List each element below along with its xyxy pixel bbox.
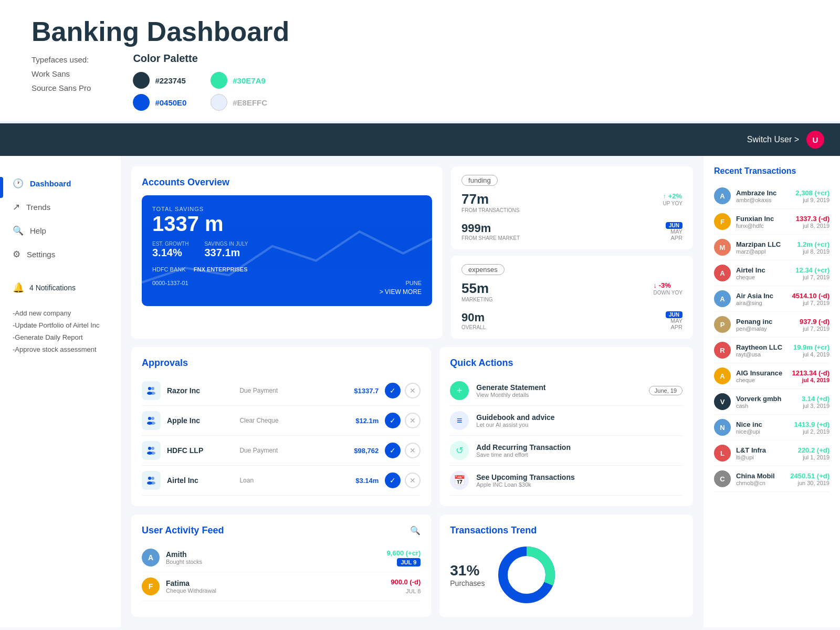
ua-search-icon[interactable]: 🔍	[410, 526, 421, 536]
svg-point-0	[148, 387, 151, 390]
funding-row: 77m FROM TRANSACTIONS ↑ +2% UP YOY	[461, 191, 682, 213]
ua-info-0: Amith Bought stocks	[166, 550, 381, 565]
qa-text-2: Add Recurring Transaction Save time and …	[476, 443, 571, 458]
color-dot-2	[133, 94, 150, 111]
rt-email-2: marz@appl	[736, 248, 792, 255]
user-avatar[interactable]: U	[806, 131, 824, 149]
rt-amount-7: 1213.34 (-d)	[792, 369, 830, 377]
sidebar-item-dashboard[interactable]: 🕐 Dashboard	[0, 172, 121, 195]
qa-item-2[interactable]: ↺ Add Recurring Transaction Save time an…	[450, 436, 682, 466]
rt-name-10: L&T Infra	[736, 446, 793, 454]
approve-x-btn-0[interactable]: ✕	[405, 383, 421, 398]
expenses-header: expenses	[461, 264, 682, 275]
ua-info-1: Fatima Cheque Withdrawal	[166, 579, 384, 594]
rt-amount-9: 1413.9 (+d)	[794, 421, 830, 428]
expenses-change: ↓ -3% DOWN YOY	[654, 280, 682, 296]
trend-card: Transactions Trend 31% Purchases	[439, 514, 693, 617]
approve-check-btn-3[interactable]: ✓	[385, 472, 401, 488]
rt-email-11: chmob@cn	[736, 480, 785, 486]
rt-date-7: jul 4, 2019	[792, 377, 830, 383]
approve-check-btn-0[interactable]: ✓	[385, 383, 401, 398]
rt-item-7: A AIG Insurance cheque 1213.34 (-d) jul …	[714, 363, 830, 389]
palette-item-3: #E8EFFC	[211, 94, 267, 111]
approval-type-0: Due Payment	[239, 387, 306, 394]
ua-title: User Activity Feed	[142, 525, 224, 536]
funding-share-market: 999m FROM SHARE MARKET	[461, 218, 520, 241]
total-savings-value: 1337 m	[152, 212, 422, 236]
rt-item-9: N Nice inc nice@upi 1413.9 (+d) jul 2, 2…	[714, 415, 830, 440]
action-update-portfolio[interactable]: -Update Portfolio of Airtel Inc	[13, 321, 108, 329]
rt-name-9: Nice inc	[736, 421, 789, 428]
qa-label-0: Generate Statement	[476, 383, 545, 392]
sidebar-item-settings[interactable]: ⚙ Settings	[0, 243, 121, 266]
rt-email-0: ambr@okaxis	[736, 197, 790, 203]
svg-point-8	[148, 447, 151, 450]
expenses-arrow-down: ↓	[654, 281, 659, 289]
rt-amount-10: 220.2 (+d)	[798, 446, 830, 454]
qa-icon-3: 📅	[450, 471, 469, 490]
rt-item-1: F Funxian Inc funx@hdfc 1337.3 (-d) jul …	[714, 209, 830, 235]
rt-item-10: L L&T Infra lti@upi 220.2 (+d) jul 1, 20…	[714, 440, 830, 466]
rt-date-9: jul 2, 2019	[794, 428, 830, 435]
qa-item-0[interactable]: + Generate Statement View Monthly detail…	[450, 376, 682, 406]
approve-x-btn-1[interactable]: ✕	[405, 413, 421, 428]
qa-icon-1: ≡	[450, 411, 469, 430]
bell-icon: 🔔	[13, 282, 24, 293]
rt-date-10: jul 1, 2019	[798, 454, 830, 460]
rt-date-6: jul 4, 2019	[793, 351, 830, 358]
rt-amount-col-0: 2,308 (+cr) jul 9, 2019	[795, 189, 830, 203]
qa-label-3: See Upcoming Transactions	[476, 473, 575, 481]
qa-text-0: Generate Statement View Monthly details	[476, 383, 545, 398]
savings-july-label: SAVINGS IN JULY	[204, 241, 248, 247]
action-approve-stock[interactable]: -Approve stock assessment	[13, 345, 108, 353]
savings-july: SAVINGS IN JULY 337.1m	[204, 241, 248, 259]
action-generate-report[interactable]: -Generate Daily Report	[13, 333, 108, 341]
rt-name-1: Funxian Inc	[736, 215, 791, 223]
sidebar-item-help[interactable]: 🔍 Help	[0, 219, 121, 243]
approval-amount-2: $98,762	[312, 447, 379, 455]
approval-icon-0	[142, 381, 161, 400]
funding-apr: APR	[666, 235, 682, 241]
rt-item-5: P Penang inc pen@malay 937.9 (-d) jul 7,…	[714, 312, 830, 338]
rt-date-5: jul 7, 2019	[800, 326, 830, 332]
switch-user-label[interactable]: Switch User >	[747, 135, 799, 144]
view-more-link[interactable]: > VIEW MORE	[152, 288, 422, 296]
approve-x-btn-2[interactable]: ✕	[405, 443, 421, 458]
rt-name-6: Raytheon LLC	[736, 343, 788, 351]
expenses-secondary-row: 90m OVERALL JUN MAY APR	[461, 308, 682, 330]
typefaces-label: Typefaces used:	[32, 52, 91, 67]
rt-info-11: China Mobil chmob@cn	[736, 472, 785, 486]
svg-point-9	[151, 447, 154, 450]
rt-date-0: jul 9, 2019	[795, 197, 830, 203]
approve-check-btn-1[interactable]: ✓	[385, 413, 401, 428]
rt-name-8: Vorverk gmbh	[736, 395, 796, 403]
approval-name-0: Razor Inc	[167, 386, 233, 395]
main-shell: 🕐 Dashboard ↗ Trends 🔍 Help ⚙ Settings	[0, 156, 840, 627]
rt-item-4: A Air Asia Inc aira@sing 4514.10 (-d) ju…	[714, 286, 830, 312]
expenses-yoy-label: DOWN YOY	[654, 290, 682, 296]
funding-months: JUN MAY APR	[666, 222, 682, 241]
approve-check-btn-2[interactable]: ✓	[385, 443, 401, 458]
expenses-card: expenses 55m MARKETING ↓ -3%	[451, 256, 693, 339]
sidebar-item-trends[interactable]: ↗ Trends	[0, 195, 121, 219]
rt-date-2: jul 8, 2019	[797, 248, 830, 255]
palette-title: Color Palette	[133, 52, 267, 65]
rt-avatar-0: A	[714, 187, 731, 204]
funding-secondary-row: 999m FROM SHARE MARKET JUN MAY APR	[461, 218, 682, 241]
approval-type-2: Due Payment	[239, 447, 306, 454]
approval-amount-3: $3.14m	[312, 477, 379, 485]
approvals-card: Approvals Razor Inc Due Payment $1337.7 …	[131, 347, 431, 506]
rt-info-7: AIG Insurance cheque	[736, 369, 786, 383]
rt-amount-col-8: 3.14 (+d) jul 3, 2019	[802, 395, 830, 409]
qa-item-3[interactable]: 📅 See Upcoming Transactions Apple INC Lo…	[450, 466, 682, 496]
approve-x-btn-3[interactable]: ✕	[405, 472, 421, 488]
rt-email-7: cheque	[736, 377, 786, 383]
qa-item-1[interactable]: ≡ Guidebook and advice Let our AI assist…	[450, 406, 682, 436]
action-add-company[interactable]: -Add new company	[13, 309, 108, 317]
rt-item-8: V Vorverk gmbh cash 3.14 (+d) jul 3, 201…	[714, 389, 830, 415]
qa-badge-0: June, 19	[649, 386, 682, 395]
funding-yoy-label: UP YOY	[663, 201, 682, 206]
expenses-may: MAY	[666, 318, 682, 324]
svg-point-3	[150, 392, 155, 395]
rt-date-4: jul 7, 2019	[792, 300, 830, 306]
